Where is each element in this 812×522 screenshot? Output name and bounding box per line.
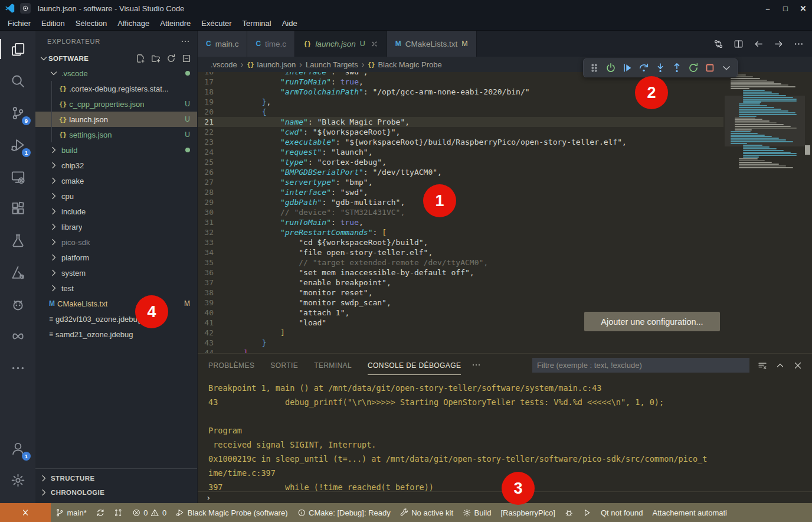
collapse-all-icon[interactable] [182,54,191,63]
tree-item-pico-sdk[interactable]: pico-sdk [35,234,197,250]
step-over-button[interactable] [636,60,652,76]
status-qt-status[interactable]: Qt not found [596,503,648,522]
power-button[interactable] [603,60,619,76]
new-folder-icon[interactable] [151,54,161,63]
status-launch-button[interactable] [578,503,596,522]
status-compare-changes[interactable] [109,503,127,522]
menu-aide[interactable]: Aide [277,18,303,29]
status-sync-changes[interactable] [91,503,110,522]
ellipsis-icon[interactable] [794,38,804,49]
panel-more-icon[interactable] [472,360,481,370]
add-configuration-button[interactable]: Ajouter une configuration... [584,312,720,331]
activity-remote-explorer[interactable] [0,161,35,193]
minimize-button[interactable]: – [759,0,777,17]
minimap[interactable] [727,72,803,353]
breadcrumb-item[interactable]: {}Black Magic Probe [368,60,441,69]
status-build-target[interactable]: [RaspberryPico] [496,503,559,522]
tree-item-chip32[interactable]: chip32 [35,158,197,173]
status-cmake-status[interactable]: CMake: [Debug]: Ready [293,503,395,522]
activity-more[interactable] [0,352,35,384]
menu-exécuter[interactable]: Exécuter [196,18,237,29]
back-icon[interactable] [754,38,764,49]
continue-button[interactable] [619,60,636,76]
maximize-button[interactable]: □ [777,0,794,17]
forward-icon[interactable] [774,38,784,49]
tree-item-test[interactable]: test [35,280,197,296]
restart-button[interactable] [685,60,702,76]
activity-source-control[interactable]: 9 [0,97,35,129]
tree-item-platform[interactable]: platform [35,250,197,265]
tab-launch-json[interactable]: {}launch.jsonU [295,31,387,57]
panel-tab-terminal[interactable]: TERMINAL [314,355,352,375]
breadcrumb-item[interactable]: .vscode [211,60,237,69]
split-editor-icon[interactable] [734,38,744,49]
menu-affichage[interactable]: Affichage [112,18,155,29]
tree-item--cortex-debug-registers-stat-[interactable]: {}.cortex-debug.registers.stat... [35,81,197,96]
tree-item-cpu[interactable]: cpu [35,188,197,204]
tree-item-c-cpp-properties-json[interactable]: {}c_cpp_properties.jsonU [35,96,197,112]
tree-item-settings-json[interactable]: {}settings.jsonU [35,127,197,142]
activity-extensions[interactable] [0,193,35,224]
breadcrumb-item[interactable]: {}launch.json [247,60,296,69]
activity-cmake[interactable] [0,256,35,288]
stop-button[interactable] [702,60,718,76]
tree-item-include[interactable]: include [35,204,197,219]
code-editor[interactable]: 16 "interface": "swd",17 "runToMain": tr… [198,72,812,353]
status-auto-attach[interactable]: Attachement automati [648,503,732,522]
section-structure[interactable]: STRUCTURE [35,471,197,485]
menu-fichier[interactable]: Fichier [2,18,36,29]
status-git-branch[interactable]: main* [51,503,91,522]
tree-item-system[interactable]: system [35,265,197,280]
status-active-kit[interactable]: No active kit [395,503,458,522]
refresh-icon[interactable] [166,54,176,63]
menu-edition[interactable]: Edition [36,18,70,29]
close-tab-button[interactable] [371,40,378,48]
tree-item-cmakelists-txt[interactable]: MCMakeLists.txtM [35,296,197,311]
step-into-button[interactable] [652,60,669,76]
activity-testing[interactable] [0,224,35,256]
activity-explorer[interactable] [0,33,35,65]
toolbar-chevron[interactable] [718,60,735,76]
panel-tab-console-de-d-bogage[interactable]: CONSOLE DE DÉBOGAGE [368,355,461,375]
status-debug-button[interactable] [560,503,578,522]
explorer-more-icon[interactable] [181,37,190,46]
status-build-button[interactable]: Build [458,503,496,522]
close-button[interactable]: ✕ [794,0,812,17]
tree-item-build[interactable]: build [35,142,197,158]
menu-atteindre[interactable]: Atteindre [155,18,196,29]
debug-filter-input[interactable] [532,358,749,373]
menu-sélection[interactable]: Sélection [70,18,112,29]
workspace-section-header[interactable]: SOFTWARE [35,51,197,66]
tab-cmakelists-txt[interactable]: MCMakeLists.txtM [387,31,477,57]
section-chronologie[interactable]: CHRONOLOGIE [35,485,197,500]
activity-settings[interactable] [0,464,35,496]
tab-main-c[interactable]: Cmain.c [198,31,247,57]
activity-vs-extension[interactable] [0,320,35,352]
activity-platformio[interactable] [0,288,35,320]
tree-item--vscode[interactable]: .vscode [35,66,197,81]
status-debug-target[interactable]: Black Magic Probe (software) [171,503,292,522]
activity-search[interactable] [0,65,35,97]
tree-item-library[interactable]: library [35,219,197,234]
tab-time-c[interactable]: Ctime.c [247,31,295,57]
activity-run-and-debug[interactable]: 1 [0,129,35,161]
panel-tab-sortie[interactable]: SORTIE [270,355,298,375]
drag-handle[interactable] [586,60,603,76]
breadcrumb-item[interactable]: Launch Targets [306,60,358,69]
step-out-button[interactable] [669,60,685,76]
menu-terminal[interactable]: Terminal [237,18,277,29]
tree-item-samd21-ozone-jdebug[interactable]: ≡samd21_ozone.jdebug [35,327,197,342]
panel-tab-probl-mes[interactable]: PROBLÈMES [208,355,254,375]
close-icon[interactable] [793,360,803,370]
activity-accounts[interactable]: 1 [0,432,35,464]
tree-item-gd32vf103-ozone-jdebug[interactable]: ≡gd32vf103_ozone.jdebug [35,311,197,327]
new-file-icon[interactable] [136,54,145,63]
filter-lines-icon[interactable] [758,360,767,370]
tree-item-cmake[interactable]: cmake [35,173,197,188]
editor-scrollbar[interactable] [805,72,810,353]
chevron-up-icon[interactable] [775,360,785,370]
status-problems[interactable]: 00 [127,503,171,522]
tree-item-launch-json[interactable]: {}launch.jsonU [35,112,197,127]
open-changes-icon[interactable] [713,38,723,49]
status-remote-indicator[interactable] [0,503,51,522]
